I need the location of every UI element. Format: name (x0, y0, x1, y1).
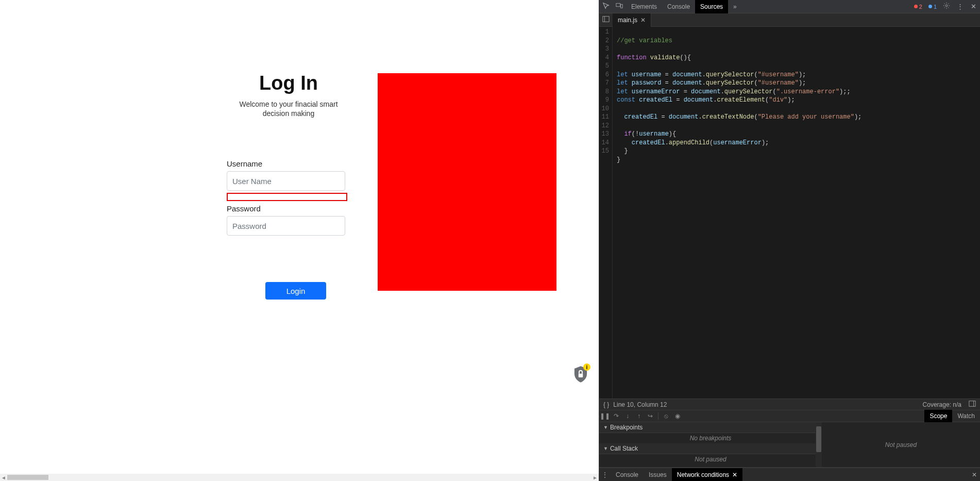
security-shield-icon[interactable]: i (573, 366, 588, 383)
rendered-page: Log In Welcome to your finacial smart de… (0, 0, 599, 481)
step-icon[interactable]: ↪ (645, 412, 656, 420)
inspect-element-icon[interactable] (599, 2, 613, 11)
password-input[interactable] (227, 216, 345, 236)
step-over-icon[interactable]: ↷ (611, 412, 622, 420)
callstack-header[interactable]: ▼ Call Stack (599, 443, 822, 454)
drawer-tab-issues[interactable]: Issues (644, 468, 672, 482)
devtools-drawer: ⋮ Console Issues Network conditions ✕ ✕ (599, 468, 980, 481)
chevron-down-icon: ▼ (603, 425, 608, 430)
info-count: 1 (934, 4, 937, 10)
tab-more[interactable]: » (728, 0, 742, 13)
username-input[interactable] (227, 171, 345, 191)
sidebar-toggle-icon[interactable] (969, 400, 976, 409)
scope-not-paused: Not paused (885, 441, 917, 449)
svg-point-3 (945, 5, 948, 7)
callstack-header-label: Call Stack (610, 445, 638, 452)
editor-status-bar: { } Line 10, Column 12 Coverage: n/a (599, 399, 980, 410)
error-count-badge[interactable]: 2 (911, 4, 925, 10)
coverage-status: Coverage: n/a (923, 401, 961, 408)
close-drawer-icon[interactable]: ✕ (969, 471, 980, 478)
svg-rect-1 (616, 4, 620, 7)
svg-rect-2 (621, 4, 623, 8)
sources-sub-toolbar: main.js ✕ (599, 13, 980, 27)
settings-gear-icon[interactable] (940, 2, 953, 11)
svg-rect-4 (603, 16, 609, 22)
drawer-menu-icon[interactable]: ⋮ (599, 471, 611, 478)
navigator-toggle-icon[interactable] (599, 15, 613, 24)
username-block: Username (227, 159, 350, 201)
close-file-tab-icon[interactable]: ✕ (640, 13, 646, 27)
breakpoints-body: No breakpoints (599, 433, 822, 443)
login-form: Log In Welcome to your finacial smart de… (227, 72, 350, 300)
tab-console[interactable]: Console (662, 0, 695, 13)
scroll-track[interactable] (7, 475, 592, 480)
username-label: Username (227, 159, 350, 168)
pause-resume-icon[interactable]: ❚❚ (599, 412, 611, 420)
line-gutter: 1 2 3 4 5 6 7 8 9 10 11 12 13 14 15 (599, 27, 613, 399)
deactivate-breakpoints-icon[interactable]: ⦸ (661, 412, 672, 420)
step-into-icon[interactable]: ↓ (622, 412, 633, 420)
debugger-left-panel: ▼ Breakpoints No breakpoints ▼ Call Stac… (599, 422, 822, 467)
drawer-tab-network-conditions[interactable]: Network conditions ✕ (672, 468, 742, 482)
file-tab-label: main.js (618, 13, 637, 27)
breakpoints-header[interactable]: ▼ Breakpoints (599, 422, 822, 433)
tab-watch[interactable]: Watch (952, 410, 980, 422)
devtools-panel: Elements Console Sources » 2 1 ⋮ ✕ main.… (599, 0, 980, 481)
login-subtitle: Welcome to your finacial smart decision … (227, 99, 350, 118)
username-error-box (227, 193, 347, 201)
page-horizontal-scrollbar[interactable]: ◄ ► (0, 474, 599, 481)
tab-scope[interactable]: Scope (924, 410, 952, 422)
pause-on-exceptions-icon[interactable]: ◉ (672, 412, 683, 420)
login-button[interactable]: Login (265, 282, 326, 300)
tab-elements[interactable]: Elements (626, 0, 662, 13)
close-devtools-icon[interactable]: ✕ (967, 3, 980, 10)
step-out-icon[interactable]: ↑ (633, 412, 645, 420)
scope-panel: Not paused (822, 422, 980, 467)
device-toolbar-icon[interactable] (613, 2, 626, 11)
code-editor[interactable]: 1 2 3 4 5 6 7 8 9 10 11 12 13 14 15 //ge… (599, 27, 980, 399)
devtools-toolbar: Elements Console Sources » 2 1 ⋮ ✕ (599, 0, 980, 13)
file-tab-mainjs[interactable]: main.js ✕ (613, 13, 651, 27)
panel-vertical-scrollbar[interactable] (816, 422, 822, 467)
drawer-tab-console[interactable]: Console (611, 468, 644, 482)
cursor-position: Line 10, Column 12 (613, 401, 667, 408)
scroll-thumb[interactable] (7, 475, 48, 480)
scroll-thumb[interactable] (816, 426, 821, 452)
shield-info-badge: i (583, 363, 590, 371)
error-count: 2 (919, 4, 922, 10)
scroll-right-arrow-icon[interactable]: ► (592, 475, 599, 480)
code-content[interactable]: //get variables function validate(){ let… (613, 27, 980, 399)
password-block: Password (227, 204, 350, 236)
login-title: Log In (227, 72, 350, 94)
debugger-controls: ❚❚ ↷ ↓ ↑ ↪ ⦸ ◉ Scope Watch (599, 410, 980, 422)
debugger-lower-panels: ▼ Breakpoints No breakpoints ▼ Call Stac… (599, 422, 980, 468)
pretty-print-icon[interactable]: { } (603, 401, 609, 408)
info-count-badge[interactable]: 1 (925, 4, 940, 10)
chevron-down-icon: ▼ (603, 446, 608, 451)
tab-sources[interactable]: Sources (695, 0, 728, 13)
svg-rect-0 (579, 374, 583, 377)
red-placeholder-box (378, 73, 556, 291)
scroll-left-arrow-icon[interactable]: ◄ (0, 475, 7, 480)
more-menu-icon[interactable]: ⋮ (953, 3, 967, 10)
breakpoints-header-label: Breakpoints (610, 424, 643, 431)
svg-rect-6 (969, 401, 975, 407)
close-drawer-tab-icon[interactable]: ✕ (732, 468, 737, 482)
password-label: Password (227, 204, 350, 213)
drawer-tab-label: Network conditions (677, 468, 729, 482)
callstack-body: Not paused (599, 454, 822, 465)
